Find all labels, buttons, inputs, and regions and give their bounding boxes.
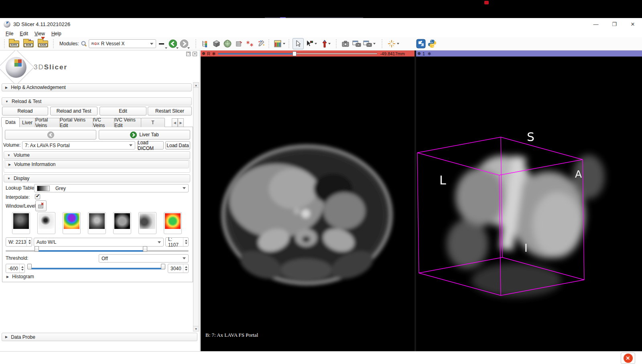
menu-file[interactable]: File (2, 30, 16, 37)
layout-selector-button[interactable] (272, 38, 287, 49)
jump-slices-button[interactable] (319, 38, 334, 49)
threshold-range-slider[interactable] (27, 266, 165, 271)
threed-menu-icon[interactable]: ✱ (427, 52, 431, 55)
previous-tab-button[interactable] (5, 130, 96, 140)
interpolate-checkbox[interactable] (35, 194, 40, 199)
extensions-manager-button[interactable] (415, 38, 427, 49)
scroll-up-icon[interactable]: ▲ (193, 83, 199, 88)
pin-icon[interactable] (418, 52, 421, 55)
help-acknowledgement-header[interactable]: ▶ Help & Acknowledgement (2, 83, 192, 91)
wl-preset-ct-lungs[interactable] (138, 212, 156, 234)
wl-preset-pet-rainbow[interactable] (63, 212, 81, 234)
volume-rendering-image[interactable] (416, 57, 642, 351)
scene-view-restore-button[interactable] (362, 38, 377, 49)
pin-icon[interactable] (202, 52, 205, 55)
subject-hierarchy-button[interactable] (199, 38, 211, 49)
slice-menu-icon[interactable]: ✱ (212, 52, 215, 55)
edit-button[interactable]: Edit (100, 107, 146, 115)
wl-slider-handle-low[interactable] (35, 246, 39, 252)
spinner-arrows-icon[interactable] (183, 264, 187, 273)
tab-truncated[interactable]: T (141, 118, 165, 127)
close-panel-icon[interactable]: ✕ (193, 52, 197, 56)
threed-view[interactable]: 1 ✱ (416, 51, 642, 351)
transforms-module-button[interactable] (233, 38, 244, 49)
volume-information-header[interactable]: ▶ Volume Information (5, 160, 189, 168)
reload-test-header[interactable]: ▼ Reload & Test (2, 97, 192, 105)
volume-section-header[interactable]: ▼ Volume (4, 151, 190, 159)
red-slice-view[interactable]: R ✱ -49.8417mm (201, 51, 414, 351)
spinner-arrows-icon[interactable] (26, 238, 31, 246)
volume-selector-combo[interactable]: 7: Ax LAVA FS Portal (22, 141, 135, 150)
reload-and-test-button[interactable]: Reload and Test (50, 107, 98, 115)
place-fiducial-button[interactable] (304, 38, 319, 49)
close-button[interactable]: ✕ (624, 18, 642, 30)
spinner-arrows-icon[interactable] (183, 238, 187, 246)
tab-ivc-veins-edit[interactable]: IVC Veins Edit (114, 118, 141, 127)
editor-module-button[interactable] (256, 38, 267, 49)
threshold-max-spinbox[interactable]: 3040 (168, 264, 189, 273)
scene-view-capture-button[interactable] (351, 38, 362, 49)
tab-scroll-left-icon[interactable]: ◀ (172, 118, 178, 127)
slice-offset-value: -49.8417mm (380, 51, 405, 56)
panel-scrollbar[interactable]: ▲ ▼ (193, 82, 199, 332)
wl-mode-combo[interactable]: Auto W/L (34, 238, 164, 247)
data-probe-header[interactable]: ▶ Data Probe (2, 333, 197, 341)
volumes-module-button[interactable] (211, 38, 222, 49)
histogram-header[interactable]: ▶ Histogram (6, 274, 34, 279)
load-data-button[interactable]: Load Data (165, 141, 190, 150)
load-data-toolbutton[interactable]: DATA (8, 38, 21, 50)
slice-corner-annotation: B: 7: Ax LAVA FS Portal (205, 332, 258, 338)
wl-preset-ct-abdomen[interactable] (88, 212, 106, 234)
reload-button[interactable]: Reload (2, 107, 48, 115)
undock-panel-icon[interactable]: ❐ (186, 52, 191, 56)
wl-slider-handle-high[interactable] (143, 246, 147, 252)
lookup-table-combo[interactable]: Grey (34, 184, 189, 192)
wl-preset-ct-brain[interactable] (113, 212, 131, 234)
load-dicom-button[interactable]: Load DICOM (137, 141, 164, 150)
level-spinbox[interactable]: L: 1107 (165, 237, 189, 247)
models-module-button[interactable] (222, 38, 233, 49)
module-selector-combo[interactable]: R⊙X R Vessel X (89, 39, 156, 48)
tab-liver[interactable]: Liver (19, 118, 35, 127)
axial-mri-image[interactable] (201, 57, 414, 351)
wl-preset-ct-head-dark[interactable] (12, 212, 30, 234)
spinner-arrows-icon[interactable] (19, 264, 24, 273)
tab-ivc-veins[interactable]: IVC Veins (93, 118, 114, 127)
window-spinbox[interactable]: W: 2213 (6, 237, 32, 247)
display-section-header[interactable]: ▼ Display (4, 174, 190, 182)
python-console-button[interactable] (427, 38, 438, 49)
tab-data[interactable]: Data (1, 117, 20, 127)
window-level-reset-button[interactable] (35, 200, 47, 211)
tab-portal-veins-edit[interactable]: Portal Veins Edit (59, 118, 93, 127)
menu-view[interactable]: View (31, 30, 48, 37)
save-toolbutton[interactable]: SAVE (37, 38, 50, 50)
threshold-min-spinbox[interactable]: -600 (6, 264, 25, 273)
crosshair-button[interactable] (386, 38, 402, 49)
liver-tab-button[interactable]: Liver Tab (99, 130, 190, 140)
restore-button[interactable]: ❐ (605, 18, 624, 30)
restart-slicer-button[interactable]: Restart Slicer (148, 107, 192, 115)
module-forward-button[interactable] (179, 38, 190, 49)
module-history-button[interactable] (156, 38, 167, 49)
mouse-interaction-button[interactable] (293, 38, 304, 49)
screenshot-button[interactable] (340, 38, 351, 49)
markups-module-button[interactable] (244, 38, 256, 49)
tab-portal-veins[interactable]: Portal Veins (35, 118, 60, 127)
threshold-mode-combo[interactable]: Off (99, 254, 189, 263)
window-level-range-slider[interactable] (6, 248, 189, 254)
threshold-slider-handle-low[interactable] (27, 264, 32, 269)
notification-close-button[interactable]: ✕ (621, 352, 635, 364)
wl-preset-ct-head-inverted[interactable] (37, 212, 55, 234)
tab-scroll-right-icon[interactable]: ▶ (178, 118, 184, 127)
search-icon[interactable] (81, 40, 87, 47)
module-back-button[interactable] (167, 38, 179, 49)
menu-help[interactable]: Help (48, 30, 65, 37)
slice-slider-handle[interactable] (293, 51, 297, 56)
menu-edit[interactable]: Edit (16, 30, 31, 37)
minimize-button[interactable]: — (587, 18, 605, 30)
wl-preset-fmri-rainbow[interactable] (164, 212, 182, 234)
threshold-slider-handle-high[interactable] (161, 264, 165, 269)
load-dicom-toolbutton[interactable]: DCM (22, 38, 35, 50)
slice-offset-slider[interactable] (218, 52, 378, 56)
scroll-down-icon[interactable]: ▼ (193, 326, 199, 331)
